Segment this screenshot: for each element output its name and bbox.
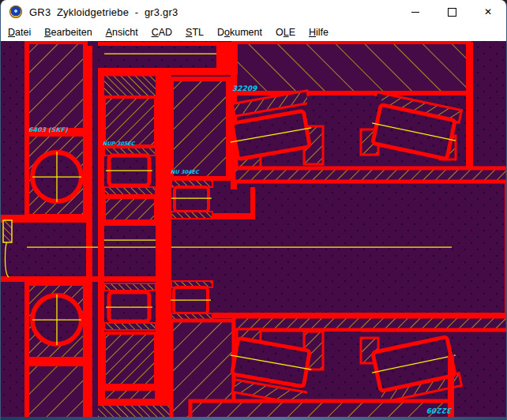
maximize-button[interactable] — [434, 0, 470, 24]
menu-item-ole[interactable]: OLE — [276, 27, 295, 38]
shaft-key — [3, 220, 12, 242]
bearing-label: 6403 (SKF) — [28, 126, 68, 133]
minimize-button[interactable] — [397, 0, 434, 24]
bearing-label: NU 304EC — [171, 169, 200, 175]
title-bar: GR3 Zykloidgetriebe - gr3.gr3 ✕ — [1, 0, 506, 24]
caption-buttons: ✕ — [397, 0, 506, 24]
app-window: GR3 Zykloidgetriebe - gr3.gr3 ✕ DateiBea… — [0, 0, 507, 420]
maximize-icon — [448, 8, 456, 17]
menu-item-cad[interactable]: CAD — [152, 27, 172, 38]
menu-item-datei[interactable]: Datei — [8, 27, 31, 38]
menu-item-dokument[interactable]: Dokument — [217, 27, 262, 38]
bearing-label: NUP 305EC — [103, 141, 136, 147]
menu-item-hilfe[interactable]: Hilfe — [309, 27, 329, 38]
small-roller-top — [171, 187, 212, 212]
roller-bottom — [106, 292, 152, 321]
minimize-icon — [411, 12, 419, 13]
close-button[interactable]: ✕ — [470, 0, 506, 24]
bearing-label: 32209 — [232, 84, 257, 92]
close-icon: ✕ — [484, 6, 492, 17]
window-bottom-border — [1, 417, 506, 420]
window-title: GR3 Zykloidgetriebe - gr3.gr3 — [29, 6, 178, 18]
menu-item-ansicht[interactable]: Ansicht — [106, 27, 138, 38]
canvas-area: 322096403 (SKF)NUP 305ECNU 304EC32209 — [1, 41, 506, 417]
app-icon — [9, 6, 22, 18]
menu-item-bearbeiten[interactable]: Bearbeiten — [44, 27, 92, 38]
cad-drawing-canvas[interactable]: 322096403 (SKF)NUP 305ECNU 304EC32209 — [1, 41, 507, 417]
roller-top — [106, 156, 152, 186]
menu-item-stl[interactable]: STL — [186, 27, 204, 38]
menu-bar: DateiBearbeitenAnsichtCADSTLDokumentOLEH… — [1, 24, 506, 41]
bearing-label: 32209 — [427, 407, 453, 414]
small-roller-bottom — [171, 287, 211, 313]
